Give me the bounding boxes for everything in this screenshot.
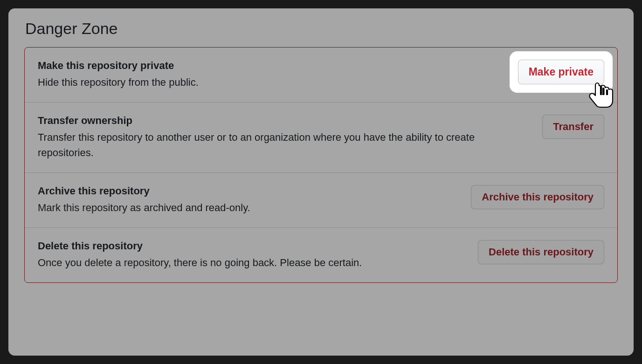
make-private-desc: Hide this repository from the public. xyxy=(38,75,509,90)
archive-button[interactable]: Archive this repository xyxy=(471,185,604,209)
archive-row: Archive this repository Mark this reposi… xyxy=(25,173,617,228)
danger-zone-box: Make this repository private Hide this r… xyxy=(24,47,618,283)
danger-zone-heading: Danger Zone xyxy=(25,20,618,38)
delete-title: Delete this repository xyxy=(38,240,469,252)
delete-desc: Once you delete a repository, there is n… xyxy=(38,255,469,270)
transfer-title: Transfer ownership xyxy=(38,115,533,127)
archive-desc: Mark this repository as archived and rea… xyxy=(38,200,462,215)
make-private-button[interactable]: Make private xyxy=(518,60,604,84)
make-private-title: Make this repository private xyxy=(38,60,509,72)
transfer-row: Transfer ownership Transfer this reposit… xyxy=(25,103,617,173)
transfer-desc: Transfer this repository to another user… xyxy=(38,130,533,160)
delete-row: Delete this repository Once you delete a… xyxy=(25,228,617,282)
settings-panel: Danger Zone Make this repository private… xyxy=(8,8,634,356)
delete-button[interactable]: Delete this repository xyxy=(478,240,604,264)
make-private-row: Make this repository private Hide this r… xyxy=(25,48,617,103)
archive-title: Archive this repository xyxy=(38,185,462,197)
transfer-button[interactable]: Transfer xyxy=(542,115,604,139)
